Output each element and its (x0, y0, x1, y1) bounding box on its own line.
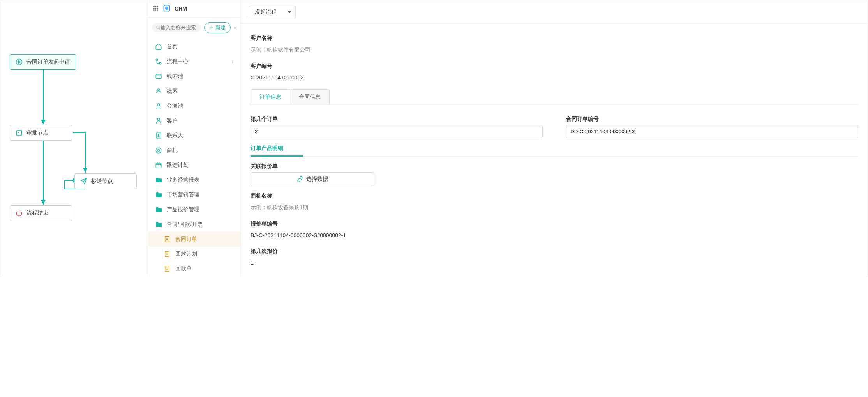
sidebar-item-7[interactable]: 商机 (148, 143, 241, 158)
sidebar-item-10[interactable]: 市场营销管理 (148, 187, 241, 202)
label-order-index: 第几个订单 (251, 116, 543, 123)
nav-label: 业务经营报表 (167, 176, 199, 184)
main-header: 发起流程 (241, 0, 868, 24)
main-panel: 发起流程 客户名称 示例：帆软软件有限公司 客户编号 C-20211104-00… (241, 0, 868, 277)
svg-point-17 (157, 26, 159, 29)
sidebar-toolbar: ＋ 新建 « (148, 18, 241, 38)
nav-label: 跟进计划 (167, 162, 189, 169)
nav-label: 首页 (167, 43, 178, 50)
label-quote-no: 报价单编号 (251, 221, 858, 228)
opportunity-name-placeholder: 示例：帆软设备采购1期 (251, 202, 858, 217)
flow-node-label: 审批节点 (26, 129, 48, 136)
nav-label: 市场营销管理 (167, 191, 199, 198)
apps-grid-icon[interactable] (153, 5, 159, 12)
svg-point-25 (157, 118, 160, 120)
sidebar-panel: CRM ＋ 新建 « 首页流程中心›线索池线索公海池客户联系人商机跟进计划业务经… (148, 0, 241, 277)
sidebar-item-11[interactable]: 产品报价管理 (148, 202, 241, 217)
svg-point-12 (153, 9, 155, 11)
sidebar-item-14[interactable]: 回款计划 (148, 247, 241, 261)
svg-rect-21 (156, 74, 161, 79)
search-input[interactable] (161, 25, 197, 30)
nav-label: 联系人 (167, 132, 183, 139)
nav-icon (164, 265, 171, 272)
dropdown-label: 发起流程 (255, 9, 277, 15)
nav-icon (155, 132, 162, 139)
section-product-detail: 订单产品明细 (251, 145, 858, 157)
svg-point-7 (155, 6, 157, 7)
nav-icon (155, 147, 162, 154)
sidebar-item-3[interactable]: 线索 (148, 84, 241, 99)
label-customer-code: 客户编号 (251, 63, 858, 70)
nav-icon (155, 43, 162, 50)
flow-node-approve[interactable]: 审批节点 (10, 125, 72, 141)
sidebar-item-2[interactable]: 线索池 (148, 69, 241, 84)
sidebar-item-0[interactable]: 首页 (148, 39, 241, 54)
sidebar-item-6[interactable]: 联系人 (148, 128, 241, 143)
sidebar-item-1[interactable]: 流程中心› (148, 54, 241, 69)
svg-point-16 (166, 7, 168, 10)
select-data-label: 选择数据 (306, 176, 328, 183)
tabs: 订单信息 合同信息 (251, 89, 858, 105)
order-index-input[interactable] (251, 125, 543, 138)
label-customer-name: 客户名称 (251, 35, 858, 42)
nav-icon (155, 88, 162, 95)
flow-node-start[interactable]: 合同订单发起申请 (10, 54, 76, 70)
sidebar-item-13[interactable]: 合同订单 (148, 232, 241, 247)
flow-node-label: 流程结束 (26, 210, 48, 217)
nav-label: 产品报价管理 (167, 206, 199, 213)
new-button[interactable]: ＋ 新建 (204, 22, 231, 33)
svg-point-23 (158, 89, 160, 91)
sidebar-item-5[interactable]: 客户 (148, 113, 241, 128)
search-icon (156, 25, 161, 30)
flow-node-cc[interactable]: 抄送节点 (74, 173, 137, 189)
svg-point-8 (157, 6, 158, 7)
svg-point-28 (156, 148, 161, 153)
sidebar-item-12[interactable]: 合同/回款/开票 (148, 217, 241, 232)
nav-icon (155, 58, 162, 65)
nav-label: 线索 (167, 88, 178, 95)
svg-point-9 (153, 8, 155, 9)
nav-label: 线索池 (167, 73, 183, 80)
svg-point-10 (155, 8, 157, 9)
nav-label: 合同/回款/开票 (167, 221, 203, 228)
svg-point-14 (157, 9, 158, 11)
topbar: CRM (148, 0, 241, 18)
collapse-sidebar-icon[interactable]: « (234, 25, 237, 31)
svg-point-24 (157, 104, 160, 106)
svg-point-29 (158, 150, 160, 152)
svg-point-6 (153, 6, 155, 7)
sidebar-item-8[interactable]: 跟进计划 (148, 158, 241, 173)
search-input-wrapper[interactable] (152, 23, 201, 32)
nav-label: 回款计划 (175, 251, 197, 258)
quote-index-value: 1 (251, 257, 858, 271)
chevron-right-icon: › (232, 58, 234, 65)
send-icon (80, 178, 87, 185)
customer-name-placeholder: 示例：帆软软件有限公司 (251, 44, 858, 59)
power-icon (16, 210, 23, 217)
svg-point-20 (159, 62, 161, 64)
sidebar-item-9[interactable]: 业务经营报表 (148, 173, 241, 187)
label-quote-index: 第几次报价 (251, 248, 858, 255)
app-logo-icon (163, 4, 171, 13)
nav-label: 商机 (167, 147, 178, 154)
nav-icon (155, 206, 162, 213)
svg-point-27 (158, 134, 159, 136)
tab-contract[interactable]: 合同信息 (290, 89, 330, 104)
flow-action-dropdown[interactable]: 发起流程 (249, 6, 296, 18)
nav-icon (155, 73, 162, 80)
link-icon (297, 176, 303, 182)
nav-icon (155, 221, 162, 228)
contract-order-no-input[interactable] (566, 125, 858, 138)
checklist-icon (16, 129, 23, 136)
sidebar-item-15[interactable]: 回款单 (148, 261, 241, 276)
tab-order[interactable]: 订单信息 (251, 89, 290, 104)
svg-line-18 (159, 28, 160, 29)
select-data-button[interactable]: 选择数据 (251, 172, 374, 186)
svg-point-11 (157, 8, 158, 9)
flow-node-end[interactable]: 流程结束 (10, 205, 72, 221)
flow-node-label: 合同订单发起申请 (26, 58, 70, 65)
svg-point-19 (156, 59, 158, 61)
sidebar-item-4[interactable]: 公海池 (148, 99, 241, 113)
main-body: 客户名称 示例：帆软软件有限公司 客户编号 C-20211104-0000002… (241, 24, 868, 277)
nav-label: 客户 (167, 117, 178, 124)
